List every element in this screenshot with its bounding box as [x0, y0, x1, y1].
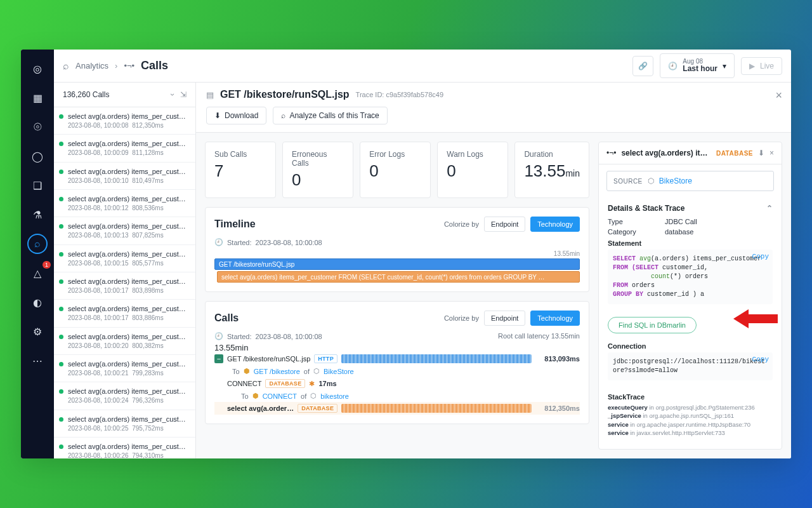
hex-icon: ⬡ [648, 177, 654, 185]
timeline-bar-db[interactable]: select avg(a.orders) items_per_customer … [217, 271, 580, 283]
call-list-item[interactable]: select avg(a.orders) items_per_custo…202… [54, 355, 195, 382]
calls-list-sidebar: 136,260 Calls › ⇲ select avg(a.orders) i… [54, 83, 196, 458]
stats-row: Sub Calls7Erroneous Calls0Error Logs0War… [205, 142, 589, 198]
nav-icon-dependencies[interactable]: ⦾ [27, 117, 48, 137]
annotation-arrow [733, 308, 778, 330]
detail-title: select avg(a.orders) item… [621, 149, 710, 157]
analyze-button[interactable]: ⌕ Analyze Calls of this Trace [273, 107, 387, 124]
call-tree-row[interactable]: CONNECT DATABASE ✱ 17ms [214, 377, 580, 390]
clock-icon: 🕘 [214, 238, 223, 246]
chevron-down-icon: ▾ [723, 62, 726, 70]
service-icon: ⬢ [244, 367, 250, 375]
nav-icon-layers[interactable]: ❑ [27, 175, 48, 196]
stat-card: Duration13.55min [514, 142, 589, 198]
close-icon[interactable]: × [775, 89, 782, 102]
download-icon: ⬇ [214, 111, 221, 120]
trace-icon: ▤ [206, 90, 214, 100]
sql-statement: Copy SELECT avg(a.orders) items_per_cust… [608, 250, 773, 304]
find-sql-button[interactable]: Find SQL in DBmarlin [608, 317, 697, 333]
service-link[interactable]: bikestore [320, 392, 349, 400]
analyze-icon: ⌕ [63, 60, 69, 72]
trace-title: GET /bikestore/runSQL.jsp [220, 89, 350, 100]
call-list-item[interactable]: select avg(a.orders) items_per_custo…202… [54, 410, 195, 438]
call-list-item[interactable]: select avg(a.orders) items_per_custo…202… [54, 328, 195, 355]
live-button[interactable]: ▶ Live [741, 57, 782, 75]
export-icon[interactable]: ⇲ [180, 90, 187, 99]
call-list-item[interactable]: select avg(a.orders) items_per_custo…202… [54, 382, 195, 410]
time-picker[interactable]: 🕘 Aug 08 Last hour ▾ [660, 53, 735, 77]
close-icon[interactable]: × [769, 149, 774, 157]
call-list-item[interactable]: select avg(a.orders) items_per_custo…202… [54, 217, 195, 244]
call-tree-row[interactable]: select avg(a.order… DATABASE 812,350ms [214, 402, 580, 415]
call-tree-row[interactable]: − GET /bikestore/runSQL.jsp HTTP 813,093… [214, 352, 580, 365]
nav-icon-analytics[interactable]: ⌕ [27, 234, 48, 254]
stat-card: Warn Logs0 [437, 142, 508, 198]
nav-icon-apps[interactable]: ▦ [27, 88, 48, 108]
calls-colorize-technology[interactable]: Technology [530, 311, 580, 326]
copy-button[interactable]: Copy [752, 355, 769, 364]
timeline-bar-http[interactable]: GET /bikestore/runSQL.jsp [214, 258, 580, 270]
download-icon[interactable]: ⬇ [758, 149, 764, 157]
calls-title: Calls [214, 312, 239, 324]
stat-card: Sub Calls7 [205, 142, 276, 198]
detail-title-icon: •¬• [606, 149, 616, 157]
calls-crumb-icon: •¬• [124, 61, 134, 70]
collapse-toggle[interactable]: − [214, 354, 223, 363]
call-list-item[interactable]: select avg(a.orders) items_per_custo…202… [54, 107, 195, 135]
main-nav-sidebar: ◎ ▦ ⦾ ◯ ❑ ⚗ ⌕ △1 ◐ ⚙ ⋯ [21, 50, 54, 458]
call-list-item[interactable]: select avg(a.orders) items_per_custo…202… [54, 438, 195, 458]
timeline-title: Timeline [214, 218, 256, 230]
endpoint-link[interactable]: CONNECT [263, 392, 297, 400]
breadcrumb-root[interactable]: Analytics [75, 61, 108, 70]
nav-icon-flask[interactable]: ⚗ [27, 204, 48, 225]
stacktrace-list: executeQuery in org.postgresql.jdbc.PgSt… [608, 403, 773, 437]
source-box[interactable]: SOURCE ⬡ BikeStore [606, 171, 774, 191]
hex-icon: ⬡ [310, 392, 317, 400]
call-list-item[interactable]: select avg(a.orders) items_per_custo…202… [54, 190, 195, 217]
hex-icon: ⬡ [313, 367, 320, 375]
clock-icon: 🕘 [214, 332, 223, 340]
connection-string: Copy jdbc:postgresql://localhost:11128/b… [608, 352, 773, 380]
call-list-item[interactable]: select avg(a.orders) items_per_custo…202… [54, 163, 195, 190]
alert-badge: 1 [43, 261, 51, 269]
nav-icon-alerts[interactable]: △1 [27, 263, 48, 283]
colorize-technology[interactable]: Technology [530, 217, 580, 232]
endpoint-link[interactable]: GET /bikestore [254, 368, 300, 375]
link-button[interactable]: 🔗 [632, 56, 653, 76]
call-list-item[interactable]: select avg(a.orders) items_per_custo…202… [54, 135, 195, 162]
stat-card: Erroneous Calls0 [282, 142, 353, 198]
breadcrumb: ⌕ Analytics › •¬• Calls [63, 59, 168, 72]
svg-marker-0 [733, 309, 778, 328]
call-detail-panel: •¬• select avg(a.orders) item… DATABASE … [598, 142, 782, 450]
header-bar: ⌕ Analytics › •¬• Calls 🔗 🕘 Aug 08 Last … [54, 50, 791, 83]
nav-icon-profiling[interactable]: ◐ [27, 292, 48, 312]
nav-icon-logo[interactable]: ◎ [27, 58, 48, 79]
breadcrumb-title: Calls [141, 59, 168, 72]
play-icon: ▶ [749, 62, 755, 70]
copy-button[interactable]: Copy [752, 252, 769, 262]
service-icon: ⬢ [252, 392, 259, 400]
call-list-item[interactable]: select avg(a.orders) items_per_custo…202… [54, 272, 195, 300]
trace-id: c9a5f39fab578c49 [386, 91, 443, 98]
calls-count: 136,260 Calls [63, 90, 109, 99]
call-list-item[interactable]: select avg(a.orders) items_per_custo…202… [54, 300, 195, 327]
stat-card: Error Logs0 [360, 142, 431, 198]
nav-icon-services[interactable]: ◯ [27, 146, 48, 166]
calls-colorize-endpoint[interactable]: Endpoint [484, 311, 525, 326]
clock-icon: 🕘 [668, 62, 678, 70]
trace-content: ▤ GET /bikestore/runSQL.jsp Trace ID: c9… [196, 83, 791, 458]
timeline-panel: Timeline Colorize by Endpoint Technology… [205, 207, 589, 292]
timeline-duration: 13.55min [214, 250, 580, 257]
collapse-icon[interactable]: › [168, 93, 177, 96]
service-link[interactable]: BikeStore [324, 368, 354, 375]
download-button[interactable]: ⬇ Download [206, 107, 266, 124]
colorize-endpoint[interactable]: Endpoint [484, 217, 525, 232]
calls-panel: Calls Colorize by Endpoint Technology 🕘 [205, 301, 589, 424]
nav-icon-settings[interactable]: ⚙ [27, 321, 48, 342]
chevron-up-icon[interactable]: ⌃ [766, 204, 773, 213]
call-list-item[interactable]: select avg(a.orders) items_per_custo…202… [54, 245, 195, 272]
nav-icon-more[interactable]: ⋯ [27, 351, 48, 371]
analyze-icon: ⌕ [281, 111, 285, 120]
